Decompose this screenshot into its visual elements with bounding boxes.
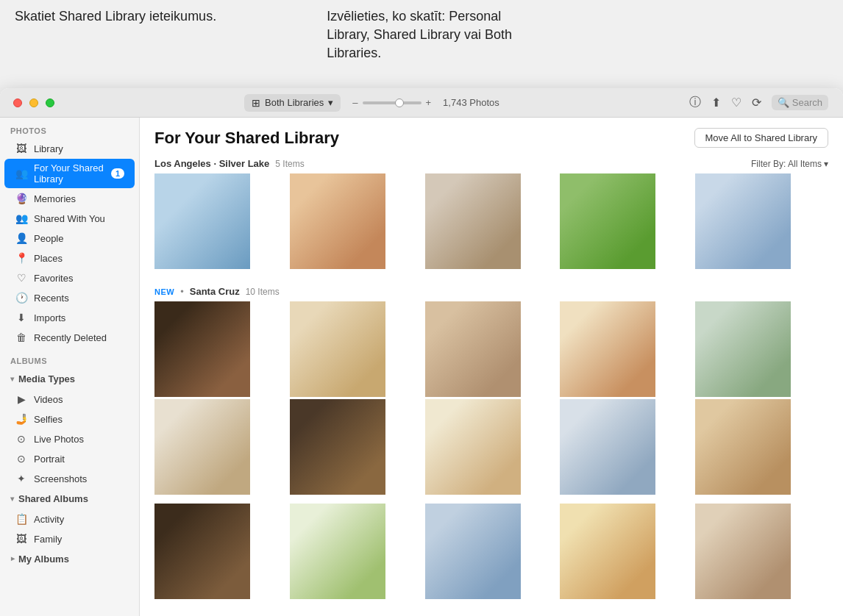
photo-cell[interactable] — [425, 399, 521, 495]
library-selector-label: Both Libraries — [265, 97, 324, 108]
titlebar: ⊞ Both Libraries ▾ – + 1,743 Photos ⓘ ⬆ … — [0, 88, 843, 118]
sidebar-item-shared-with-you[interactable]: 👥 Shared With You — [4, 209, 135, 228]
shared-albums-label: Shared Albums — [18, 493, 88, 504]
sidebar-item-screenshots[interactable]: ✦ Screenshots — [4, 469, 135, 488]
search-box[interactable]: 🔍 Search — [772, 95, 828, 110]
photo-cell[interactable] — [425, 504, 521, 599]
sidebar-item-recently-deleted-label: Recently Deleted — [34, 332, 124, 343]
fullscreen-button[interactable] — [46, 99, 54, 107]
photo-cell[interactable] — [425, 173, 521, 269]
photo-cell[interactable] — [560, 399, 655, 495]
sidebar-item-memories-label: Memories — [34, 193, 124, 204]
titlebar-center: ⊞ Both Libraries ▾ – + 1,743 Photos — [60, 94, 683, 112]
photo-cell[interactable] — [290, 173, 385, 269]
traffic-lights — [13, 99, 54, 107]
sidebar-item-portrait-label: Portrait — [34, 454, 124, 465]
sidebar-item-live-photos-label: Live Photos — [34, 434, 124, 445]
photo-cell[interactable] — [154, 301, 250, 397]
photo-cell[interactable] — [154, 399, 250, 495]
section2-count: 10 Items — [246, 287, 280, 297]
imports-icon: ⬇ — [15, 312, 28, 323]
sidebar-item-library-label: Library — [34, 143, 124, 154]
shared-albums-chevron: ▾ — [10, 495, 14, 503]
photo-cell[interactable] — [290, 399, 385, 495]
sidebar-item-videos-label: Videos — [34, 394, 124, 405]
photo-cell[interactable] — [695, 301, 791, 397]
photo-grid-section3 — [140, 504, 843, 599]
live-photos-icon: ⊙ — [15, 433, 28, 445]
albums-section-label: Albums — [0, 348, 139, 368]
sidebar-item-recently-deleted[interactable]: 🗑 Recently Deleted — [4, 328, 135, 347]
screenshots-icon: ✦ — [15, 473, 28, 484]
sidebar-item-activity[interactable]: 📋 Activity — [4, 509, 135, 529]
photo-cell[interactable] — [154, 173, 250, 269]
library-selector[interactable]: ⊞ Both Libraries ▾ — [244, 94, 341, 112]
chevron-icon: ▾ — [10, 375, 14, 383]
photo-cell[interactable] — [695, 399, 791, 495]
photo-cell[interactable] — [290, 504, 385, 599]
media-types-label: Media Types — [18, 373, 75, 384]
sidebar-item-favorites[interactable]: ♡ Favorites — [4, 268, 135, 287]
my-albums-group[interactable]: ▾ My Albums — [0, 550, 139, 568]
activity-icon: 📋 — [15, 513, 28, 525]
sidebar-item-people-label: People — [34, 233, 124, 244]
sidebar-item-selfies[interactable]: 🤳 Selfies — [4, 409, 135, 429]
photo-cell[interactable] — [560, 301, 655, 397]
photo-cell[interactable] — [290, 301, 385, 397]
sidebar-item-favorites-label: Favorites — [34, 273, 124, 284]
rotate-icon[interactable]: ⟳ — [752, 96, 761, 110]
recents-icon: 🕐 — [15, 292, 28, 304]
sidebar-item-imports[interactable]: ⬇ Imports — [4, 308, 135, 327]
sidebar-badge: 1 — [111, 168, 124, 179]
zoom-minus-icon[interactable]: – — [352, 97, 358, 108]
sidebar-item-activity-label: Activity — [34, 514, 124, 525]
zoom-plus-icon[interactable]: + — [426, 97, 432, 108]
zoom-slider[interactable] — [363, 101, 422, 104]
section2-new-badge: NEW — [154, 287, 174, 296]
media-types-group[interactable]: ▾ Media Types — [0, 370, 139, 388]
photo-grid-section2 — [140, 301, 843, 495]
memories-icon: 🔮 — [15, 193, 28, 204]
shared-library-icon: 👥 — [15, 168, 28, 179]
my-albums-chevron: ▾ — [8, 557, 16, 561]
main-header: For Your Shared Library Move All to Shar… — [140, 118, 843, 152]
sidebar-item-memories[interactable]: 🔮 Memories — [4, 189, 135, 208]
photo-cell[interactable] — [695, 173, 791, 269]
sidebar-item-places[interactable]: 📍 Places — [4, 248, 135, 268]
filter-label: Filter By: All Items — [751, 159, 822, 169]
section2-header: NEW • Santa Cruz 10 Items — [140, 280, 843, 301]
close-button[interactable] — [13, 99, 22, 107]
zoom-slider-area: – + — [352, 97, 431, 108]
sidebar-item-for-your-shared-library[interactable]: 👥 For Your Shared Library 1 — [4, 159, 135, 188]
photo-count: 1,743 Photos — [443, 97, 499, 108]
sidebar-item-recents[interactable]: 🕐 Recents — [4, 288, 135, 307]
library-icon: 🖼 — [15, 143, 28, 154]
heart-icon[interactable]: ♡ — [731, 96, 741, 110]
search-placeholder: Search — [792, 97, 822, 108]
photo-cell[interactable] — [560, 504, 655, 599]
shared-albums-group[interactable]: ▾ Shared Albums — [0, 490, 139, 508]
sidebar-item-people[interactable]: 👤 People — [4, 229, 135, 248]
sidebar-item-screenshots-label: Screenshots — [34, 473, 124, 484]
tooltip-area: Skatiet Shared Library ieteikumus. Izvēl… — [0, 0, 843, 88]
minimize-button[interactable] — [29, 99, 38, 107]
sidebar-item-live-photos[interactable]: ⊙ Live Photos — [4, 429, 135, 448]
photo-cell[interactable] — [154, 504, 250, 599]
selfies-icon: 🤳 — [15, 413, 28, 425]
share-icon[interactable]: ⬆ — [711, 96, 721, 110]
photo-cell[interactable] — [425, 301, 521, 397]
library-selector-icon: ⊞ — [252, 97, 260, 109]
photo-grid-section1 — [140, 173, 843, 280]
sidebar-item-portrait[interactable]: ⊙ Portrait — [4, 449, 135, 468]
move-all-button[interactable]: Move All to Shared Library — [694, 128, 828, 148]
people-icon: 👤 — [15, 232, 28, 244]
sidebar-item-library[interactable]: 🖼 Library — [4, 139, 135, 158]
sidebar-item-family[interactable]: 🖼 Family — [4, 529, 135, 548]
sidebar-item-videos[interactable]: ▶ Videos — [4, 390, 135, 409]
filter-button[interactable]: Filter By: All Items ▾ — [751, 159, 828, 169]
photo-cell[interactable] — [560, 173, 655, 269]
photos-section-label: Photos — [0, 118, 139, 138]
photo-cell[interactable] — [695, 504, 791, 599]
titlebar-right: ⓘ ⬆ ♡ ⟳ 🔍 Search — [689, 95, 834, 110]
info-icon[interactable]: ⓘ — [689, 95, 701, 110]
